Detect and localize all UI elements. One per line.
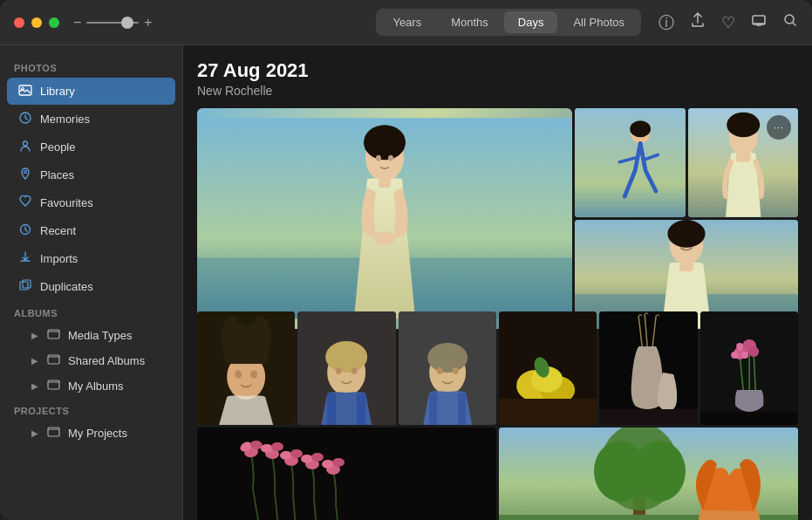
sidebar-item-favourites[interactable]: Favourites xyxy=(7,189,175,216)
close-button[interactable] xyxy=(14,17,24,28)
fullscreen-button[interactable] xyxy=(49,17,59,28)
photo-flowers-vase[interactable] xyxy=(700,311,798,425)
chevron-right-icon-4: ▶ xyxy=(31,428,38,438)
photo-main-portrait[interactable] xyxy=(197,108,572,329)
svg-point-42 xyxy=(351,367,358,374)
photo-row-1-right: ··· xyxy=(575,108,798,329)
svg-rect-33 xyxy=(679,261,693,270)
section-label-albums: Albums xyxy=(0,301,182,322)
sidebar-item-memories-label: Memories xyxy=(40,113,90,126)
svg-rect-67 xyxy=(700,412,798,425)
svg-point-66 xyxy=(741,352,748,359)
svg-point-79 xyxy=(301,455,313,463)
sidebar-item-people[interactable]: People xyxy=(7,133,175,161)
photo-park-scene[interactable] xyxy=(499,428,798,520)
search-icon[interactable] xyxy=(782,12,798,32)
svg-rect-19 xyxy=(379,175,391,188)
sidebar-item-recent[interactable]: Recent xyxy=(7,217,175,244)
svg-point-20 xyxy=(376,155,381,161)
svg-point-83 xyxy=(332,458,345,467)
date-location: New Rochelle xyxy=(197,84,798,98)
view-tabs: Years Months Days All Photos xyxy=(376,9,641,36)
heart-icon[interactable]: ♡ xyxy=(721,13,735,32)
sidebar-item-recent-label: Recent xyxy=(40,224,76,237)
sidebar-item-favourites-label: Favourites xyxy=(40,196,93,209)
sidebar-item-myprojects-label: My Projects xyxy=(68,427,127,440)
sidebar: Photos Library Memories xyxy=(0,45,183,520)
traffic-lights xyxy=(14,17,59,28)
photo-wildhair[interactable] xyxy=(197,311,295,425)
svg-point-82 xyxy=(322,460,334,469)
zoom-control: − + xyxy=(73,15,153,31)
recent-icon xyxy=(17,222,33,239)
photo-lemons[interactable] xyxy=(499,311,597,425)
svg-point-88 xyxy=(633,441,686,502)
photo-row-2 xyxy=(197,311,798,425)
tab-months[interactable]: Months xyxy=(437,11,502,33)
svg-point-36 xyxy=(235,371,242,379)
sidebar-item-mediatypes[interactable]: ▶ Media Types xyxy=(7,323,175,347)
svg-rect-51 xyxy=(458,393,466,425)
zoom-thumb[interactable] xyxy=(121,17,133,29)
photo-runner[interactable] xyxy=(575,108,686,217)
sidebar-item-myprojects[interactable]: ▶ My Projects xyxy=(7,421,175,445)
chevron-right-icon: ▶ xyxy=(31,331,38,340)
svg-rect-50 xyxy=(429,393,437,425)
chevron-right-icon-3: ▶ xyxy=(31,381,38,391)
main-layout: Photos Library Memories xyxy=(0,45,812,520)
share-icon[interactable] xyxy=(690,12,706,32)
sidebar-item-imports-label: Imports xyxy=(40,252,78,265)
svg-point-32 xyxy=(667,220,705,248)
svg-point-77 xyxy=(290,449,303,458)
section-label-projects: Projects xyxy=(0,399,182,420)
myprojects-icon xyxy=(45,425,61,441)
photo-blond-man[interactable] xyxy=(297,311,395,425)
svg-point-64 xyxy=(736,343,743,350)
sidebar-item-library[interactable]: Library xyxy=(7,78,175,105)
photo-portrait-3[interactable] xyxy=(399,311,496,425)
sidebar-item-imports[interactable]: Imports xyxy=(7,245,175,272)
svg-rect-44 xyxy=(357,393,365,425)
tab-allphotos[interactable]: All Photos xyxy=(559,11,638,33)
sidebar-item-myalbums[interactable]: ▶ My Albums xyxy=(7,373,175,398)
svg-point-73 xyxy=(261,444,273,453)
info-icon[interactable]: ⓘ xyxy=(658,12,674,33)
tab-days[interactable]: Days xyxy=(504,11,558,33)
date-header: 27 Aug 2021 New Rochelle xyxy=(197,59,798,98)
svg-rect-22 xyxy=(575,108,686,217)
zoom-plus-icon[interactable]: + xyxy=(144,15,152,31)
svg-point-5 xyxy=(24,141,28,146)
more-options-button[interactable]: ··· xyxy=(767,115,791,140)
minimize-button[interactable] xyxy=(31,17,42,28)
people-icon xyxy=(17,139,33,155)
sidebar-item-myalbums-label: My Albums xyxy=(68,380,124,393)
slideshow-icon[interactable] xyxy=(751,12,767,32)
sidebar-item-duplicates[interactable]: Duplicates xyxy=(7,273,175,300)
sidebar-item-places-label: Places xyxy=(40,168,74,181)
places-icon xyxy=(17,167,33,183)
tab-years[interactable]: Years xyxy=(379,11,435,33)
photo-pink-flowers[interactable] xyxy=(197,428,496,520)
sidebar-item-memories[interactable]: Memories xyxy=(7,106,175,133)
zoom-minus-icon[interactable]: − xyxy=(73,15,81,31)
svg-point-74 xyxy=(271,442,283,451)
zoom-slider[interactable] xyxy=(86,22,139,24)
memories-icon xyxy=(17,111,33,127)
svg-rect-57 xyxy=(499,399,597,425)
photo-vases[interactable] xyxy=(599,311,697,425)
svg-point-65 xyxy=(731,352,738,359)
svg-point-6 xyxy=(24,171,27,174)
svg-point-37 xyxy=(250,371,257,379)
chevron-right-icon-2: ▶ xyxy=(31,356,38,366)
favourites-icon xyxy=(17,195,33,211)
sidebar-item-duplicates-label: Duplicates xyxy=(40,280,93,293)
sidebar-item-sharedalbums[interactable]: ▶ Shared Albums xyxy=(7,348,175,373)
library-icon xyxy=(17,83,33,99)
sidebar-item-people-label: People xyxy=(40,140,75,154)
svg-point-47 xyxy=(427,343,467,373)
photo-standing[interactable]: ··· xyxy=(688,108,799,217)
svg-point-41 xyxy=(336,367,342,374)
svg-rect-9 xyxy=(23,280,31,288)
sidebar-item-places[interactable]: Places xyxy=(7,161,175,188)
svg-point-63 xyxy=(748,346,759,357)
